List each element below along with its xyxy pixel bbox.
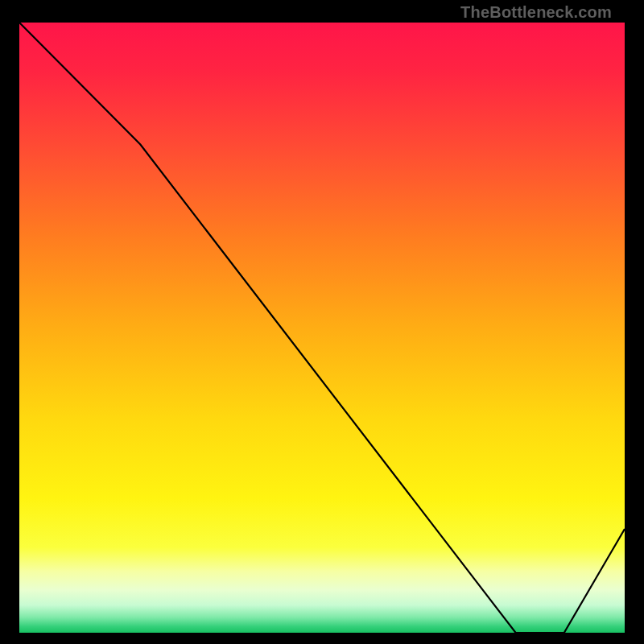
- bottleneck-chart: [19, 23, 625, 633]
- attribution-text: TheBottleneck.com: [460, 3, 612, 22]
- chart-container: [19, 23, 625, 633]
